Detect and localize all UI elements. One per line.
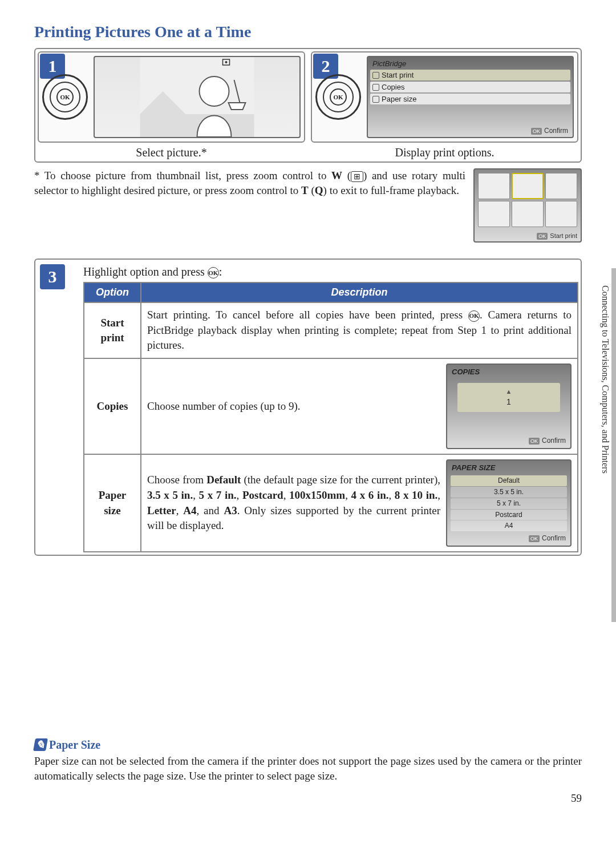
paper-size-option: 5 x 7 in.: [451, 498, 567, 509]
ok-button-icon: OK: [56, 88, 74, 106]
menu-confirm-label: Confirm: [528, 126, 572, 136]
row-paper-size-name: Paper size: [84, 454, 141, 552]
col-header-option: Option: [84, 282, 141, 302]
paper-size-screen: PAPER SIZE Default 3.5 x 5 in. 5 x 7 in.…: [446, 459, 572, 547]
step-3-intro-text: Highlight option and press: [83, 265, 208, 278]
step-3-intro: Highlight option and press OK:: [83, 265, 578, 278]
note-title: ✎Paper Size: [34, 738, 582, 752]
paper-size-list: Default 3.5 x 5 in. 5 x 7 in. Postcard A…: [448, 474, 569, 532]
steps-1-2-row: 1 OK Select picture.* 2: [34, 48, 582, 163]
ok-symbol-icon: OK: [208, 267, 219, 278]
page-number: 59: [34, 792, 582, 805]
step-2-panel: 2 OK PictBridge Start print Copies Paper…: [311, 51, 578, 159]
menu-item-paper-size: Paper size: [370, 94, 570, 104]
copies-screen-title: COPIES: [448, 366, 569, 378]
start-print-desc-text: Start printing. To cancel before all cop…: [147, 309, 468, 321]
thumbnail-icon: ⊞: [351, 171, 363, 182]
paper-size-confirm-label: Confirm: [525, 532, 569, 544]
footnote-block: * To choose picture from thumbnail list,…: [34, 168, 582, 243]
row-paper-size-desc: Choose from Default (the default page si…: [141, 454, 578, 552]
copies-value: 1: [506, 397, 511, 406]
zoom-w-label: W: [331, 169, 342, 181]
row-copies-desc: Choose number of copies (up to 9). COPIE…: [141, 358, 578, 454]
paper-size-option-default: Default: [451, 475, 567, 486]
thumbnail-cell: [545, 201, 577, 227]
options-table: Option Description Start print Start pri…: [83, 282, 578, 552]
svg-point-3: [225, 61, 228, 63]
note-block: ✎Paper Size Paper size can not be select…: [34, 738, 582, 783]
ok-button-icon: OK: [330, 88, 347, 106]
menu-item-start-print: Start print: [370, 70, 570, 80]
ok-symbol-icon: OK: [468, 310, 480, 322]
zoom-q-label: Q: [315, 184, 323, 196]
rotary-selector-icon: OK: [315, 74, 361, 120]
section-title: Printing Pictures One at a Time: [34, 23, 582, 41]
arrow-up-icon: ▲: [462, 387, 556, 396]
side-tab-label: Connecting to Televisions, Computers, an…: [600, 285, 610, 474]
paper-size-option: A4: [451, 520, 567, 531]
paper-size-screen-title: PAPER SIZE: [448, 462, 569, 474]
paper-size-option: 3.5 x 5 in.: [451, 487, 567, 498]
col-header-description: Description: [141, 282, 578, 302]
row-copies-name: Copies: [84, 358, 141, 454]
copies-screen: COPIES ▲ 1 Confirm: [446, 364, 572, 449]
zoom-t-label: T: [301, 184, 309, 196]
pictbridge-title: PictBridge: [369, 58, 572, 69]
thumbnail-cell: [512, 201, 544, 227]
note-body: Paper size can not be selected from the …: [34, 754, 582, 783]
thumbnail-cell-selected: [512, 173, 544, 199]
pictbridge-menu-screen: PictBridge Start print Copies Paper size…: [367, 56, 574, 138]
rotary-selector-icon: OK: [42, 74, 88, 120]
step-2-caption: Display print options.: [311, 146, 578, 159]
copies-confirm-label: Confirm: [525, 435, 569, 447]
row-start-print-desc: Start printing. To cancel before all cop…: [141, 302, 578, 358]
step-3-number: 3: [40, 264, 65, 289]
thumbnail-footer-label: Start print: [475, 231, 581, 241]
paper-size-option: Postcard: [451, 510, 567, 520]
footnote-text: * To choose picture from thumbnail list,…: [34, 169, 331, 181]
row-start-print-name: Start print: [84, 302, 141, 358]
menu-item-copies: Copies: [370, 82, 570, 92]
thumbnail-cell: [478, 201, 510, 227]
thumbnail-cell: [545, 173, 577, 199]
paper-size-desc-text: Choose from Default (the default page si…: [147, 473, 440, 533]
step-1-caption: Select picture.*: [38, 146, 305, 159]
footnote-text: ) to exit to full-frame playback.: [323, 184, 459, 196]
note-title-text: Paper Size: [49, 738, 100, 751]
thumbnail-cell: [478, 173, 510, 199]
copies-spinner: ▲ 1: [457, 383, 560, 412]
step-1-panel: 1 OK Select picture.*: [38, 51, 305, 159]
thumbnail-screen: Start print: [473, 168, 582, 243]
svg-point-1: [200, 76, 229, 106]
copies-desc-text: Choose number of copies (up to 9).: [147, 399, 440, 414]
pencil-icon: ✎: [33, 738, 48, 751]
picture-illustration: [94, 56, 301, 138]
step-3-block: 3 Highlight option and press OK: Option …: [34, 259, 582, 556]
side-tab-bar: [611, 268, 616, 622]
